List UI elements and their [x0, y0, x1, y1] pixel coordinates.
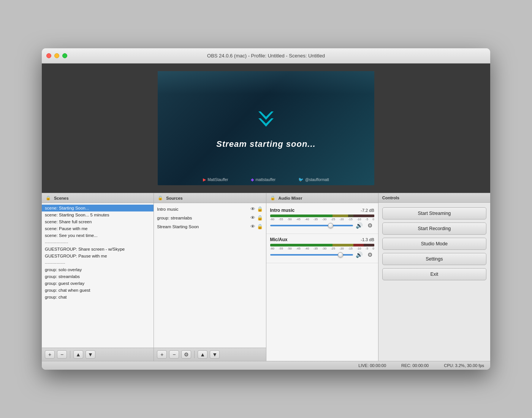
source-lock-icon[interactable]: 🔒 — [257, 215, 263, 221]
audio-db-value: -7.2 dB — [361, 208, 374, 213]
volume-slider[interactable] — [270, 225, 353, 226]
scenes-list: scene: Starting Soon... scene: Starting … — [42, 203, 154, 348]
volume-knob[interactable] — [338, 252, 343, 257]
meter-scale: -60-55-50-45-40-35-30-25-20-15-10-50 — [270, 247, 374, 250]
exit-button[interactable]: Exit — [382, 268, 486, 280]
scene-item[interactable]: scene: Pause with me — [42, 225, 154, 232]
preview-area: Stream starting soon... ▶ MattStauffer ◆… — [42, 64, 490, 193]
scene-item[interactable]: group: chat — [42, 294, 154, 300]
preview-footer: ▶ MattStauffer ◆ mattstauffer 🐦 @stauffo… — [158, 177, 374, 182]
fullscreen-button[interactable] — [62, 53, 67, 58]
stream-status-text: Stream starting soon... — [216, 139, 315, 149]
meter-bar — [270, 215, 374, 217]
source-label: group: streamlabs — [157, 216, 192, 220]
studio-mode-button[interactable]: Studio Mode — [382, 238, 486, 250]
scene-item[interactable]: scene: Starting Soon... 5 minutes — [42, 211, 154, 218]
audio-mixer-body: Intro music -7.2 dB -60-55-50-45-40-35-3… — [266, 203, 378, 361]
scene-item[interactable]: GUESTGROUP: Pause with me — [42, 253, 154, 259]
source-icons: 👁 🔒 — [250, 224, 263, 229]
source-lock-icon[interactable]: 🔒 — [257, 206, 263, 212]
scenes-add-button[interactable]: + — [45, 350, 55, 359]
status-bar: LIVE: 00:00:00 REC: 00:00:00 CPU: 3.2%, … — [42, 361, 490, 370]
cpu-info: CPU: 3.2%, 30.00 fps — [444, 363, 484, 368]
meter-fill — [364, 244, 374, 246]
settings-button[interactable]: Settings — [382, 253, 486, 265]
rec-timer: REC: 00:00:00 — [401, 363, 429, 368]
obs-logo — [255, 108, 277, 132]
preview-canvas: Stream starting soon... ▶ MattStauffer ◆… — [158, 71, 374, 185]
sources-list: Intro music 👁 🔒 group: streamlabs 👁 🔒 St… — [154, 203, 266, 348]
audio-controls: 🔊 ⚙ — [270, 251, 374, 259]
audio-settings-button[interactable]: ⚙ — [366, 251, 374, 259]
mute-button[interactable]: 🔊 — [355, 251, 364, 259]
sources-add-button[interactable]: + — [157, 350, 167, 359]
controls-body: Start Streaming Start Recording Studio M… — [378, 203, 490, 361]
audio-meter: -60-55-50-45-40-35-30-25-20-15-10-50 — [270, 215, 374, 219]
sources-panel-icon: 🔒 — [158, 195, 163, 200]
sources-move-down-button[interactable]: ▼ — [210, 350, 220, 359]
scene-item[interactable]: GUESTGROUP: Share screen - w/Skype — [42, 246, 154, 253]
audio-settings-button[interactable]: ⚙ — [366, 221, 374, 230]
window-title: OBS 24.0.6 (mac) - Profile: Untitled - S… — [207, 53, 325, 59]
controls-header: Controls — [378, 193, 490, 203]
scene-item[interactable]: scene: Starting Soon... — [42, 205, 154, 211]
scenes-remove-button[interactable]: − — [57, 350, 67, 359]
obs-window: OBS 24.0.6 (mac) - Profile: Untitled - S… — [42, 48, 490, 370]
audio-db-value: -1.3 dB — [361, 237, 374, 242]
source-eye-icon[interactable]: 👁 — [250, 215, 255, 221]
audio-channel-name: Intro music — [270, 208, 295, 213]
scenes-move-up-button[interactable]: ▲ — [73, 350, 83, 359]
youtube-handle: ▶ MattStauffer — [203, 177, 228, 182]
scenes-header: 🔒 Scenes — [42, 193, 154, 203]
audio-mixer-panel: 🔒 Audio Mixer Intro music -7.2 dB — [266, 193, 378, 361]
traffic-lights — [46, 53, 67, 58]
audio-channel-name: Mic/Aux — [270, 237, 288, 242]
scenes-panel-icon: 🔒 — [46, 195, 51, 200]
scene-separator: ---------------- — [42, 239, 154, 246]
controls-title: Controls — [382, 195, 399, 200]
start-recording-button[interactable]: Start Recording — [382, 223, 486, 235]
scenes-move-down-button[interactable]: ▼ — [86, 350, 95, 359]
sources-footer-sep — [194, 351, 195, 358]
sources-footer: + − ⚙ ▲ ▼ — [154, 348, 266, 361]
sources-panel-title: Sources — [166, 196, 182, 200]
scenes-footer: + − ▲ ▼ — [42, 348, 154, 361]
audio-mixer-title: Audio Mixer — [279, 196, 302, 200]
scene-item[interactable]: scene: See you next time... — [42, 232, 154, 239]
audio-channel-header: Intro music -7.2 dB — [270, 208, 374, 213]
sources-remove-button[interactable]: − — [169, 350, 179, 359]
source-eye-icon[interactable]: 👁 — [250, 224, 255, 229]
scene-item[interactable]: group: chat when guest — [42, 287, 154, 294]
mute-button[interactable]: 🔊 — [355, 221, 364, 230]
scene-item[interactable]: group: guest overlay — [42, 280, 154, 287]
close-button[interactable] — [46, 53, 51, 58]
sources-move-up-button[interactable]: ▲ — [198, 350, 207, 359]
source-item[interactable]: group: streamlabs 👁 🔒 — [154, 213, 266, 222]
scene-item[interactable]: group: streamlabs — [42, 273, 154, 280]
meter-scale: -60-55-50-45-40-35-30-25-20-15-10-50 — [270, 218, 374, 221]
source-label: Stream Starting Soon — [157, 224, 199, 229]
audio-controls: 🔊 ⚙ — [270, 221, 374, 230]
source-lock-icon[interactable]: 🔒 — [257, 224, 263, 229]
sources-panel: 🔒 Sources Intro music 👁 🔒 group: streaml… — [154, 193, 266, 361]
volume-slider[interactable] — [270, 254, 353, 256]
source-icons: 👁 🔒 — [250, 215, 263, 221]
source-eye-icon[interactable]: 👁 — [250, 206, 255, 212]
source-item[interactable]: Intro music 👁 🔒 — [154, 205, 266, 213]
start-streaming-button[interactable]: Start Streaming — [382, 207, 486, 219]
scenes-footer-sep — [70, 351, 70, 358]
audio-mixer-header: 🔒 Audio Mixer — [266, 193, 378, 203]
sources-settings-button[interactable]: ⚙ — [181, 350, 191, 359]
live-timer: LIVE: 00:00:00 — [358, 363, 386, 368]
controls-panel: Controls Start Streaming Start Recording… — [378, 193, 490, 361]
scenes-panel: 🔒 Scenes scene: Starting Soon... scene: … — [42, 193, 154, 361]
minimize-button[interactable] — [54, 53, 59, 58]
scene-item[interactable]: group: solo overlay — [42, 266, 154, 273]
audio-channel-mic: Mic/Aux -1.3 dB -60-55-50-45-40-35-30-25… — [266, 234, 378, 263]
scene-item[interactable]: scene: Share full screen — [42, 218, 154, 225]
source-label: Intro music — [157, 207, 178, 211]
source-item[interactable]: Stream Starting Soon 👁 🔒 — [154, 222, 266, 231]
audio-channel-header: Mic/Aux -1.3 dB — [270, 237, 374, 242]
volume-knob[interactable] — [328, 223, 333, 228]
source-icons: 👁 🔒 — [250, 206, 263, 212]
